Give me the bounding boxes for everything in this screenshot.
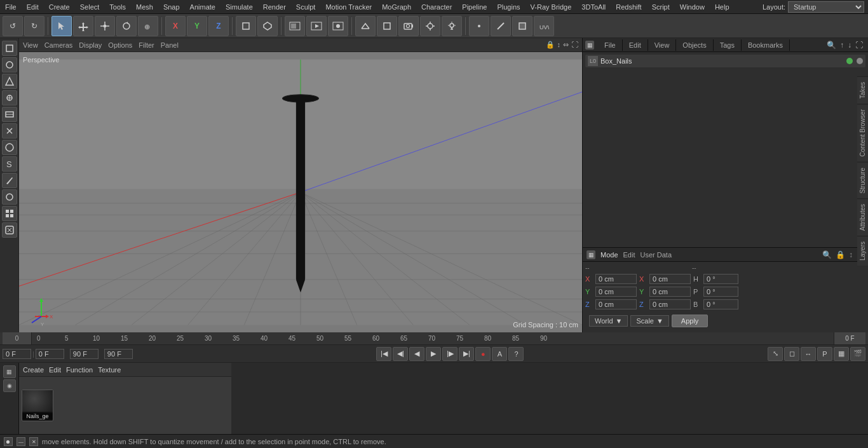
light-button[interactable] <box>442 16 462 36</box>
render-to-picture-viewer-button[interactable] <box>328 16 348 36</box>
menu-mograph[interactable]: MoGraph <box>377 2 416 12</box>
viewport-menu-display[interactable]: Display <box>79 41 102 49</box>
mat-btn-1[interactable]: ▦ <box>3 365 16 378</box>
timeline-question-button[interactable]: ? <box>508 347 524 361</box>
layout-dropdown[interactable]: Startup Standard Animate <box>788 1 864 13</box>
transform-tool-button[interactable]: ⊕ <box>138 16 158 36</box>
obj-tab-file[interactable]: File <box>598 39 623 51</box>
timeline-go-end-button[interactable]: ▶| <box>459 347 474 361</box>
sidebar-btn-5[interactable] <box>2 107 17 122</box>
viewport-menu-cameras[interactable]: Cameras <box>44 41 73 49</box>
obj-tab-tags[interactable]: Tags <box>714 39 742 51</box>
attr-tab-mode[interactable]: Mode <box>600 251 618 259</box>
material-menu-edit[interactable]: Edit <box>49 366 61 374</box>
coord-h-rot[interactable] <box>703 274 738 284</box>
viewport-arrows-icon[interactable]: ⇔ <box>563 41 569 49</box>
timeline-select-keys-button[interactable]: ◻ <box>784 347 799 361</box>
material-menu-create[interactable]: Create <box>23 366 44 374</box>
obj-arrow-up-icon[interactable]: ↑ <box>840 41 844 50</box>
menu-script[interactable]: Script <box>647 2 675 12</box>
timeline-play-button[interactable]: ▶ <box>426 347 441 361</box>
poly-mode-button[interactable] <box>257 16 278 36</box>
menu-mesh[interactable]: Mesh <box>131 2 158 12</box>
redo-button[interactable]: ↻ <box>24 16 44 36</box>
status-close-btn[interactable]: ✕ <box>29 437 38 446</box>
menu-character[interactable]: Character <box>416 2 457 12</box>
viewport-arrow-icon[interactable]: ↕ <box>557 41 561 49</box>
perspective-view-button[interactable] <box>355 16 376 36</box>
obj-tab-objects[interactable]: Objects <box>676 39 713 51</box>
viewport-menu-filter[interactable]: Filter <box>139 41 154 49</box>
timeline-area[interactable] <box>231 363 868 434</box>
sidebar-btn-knife[interactable] <box>2 173 17 188</box>
material-menu-function[interactable]: Function <box>66 366 93 374</box>
timeline-max-frame-input[interactable] <box>104 349 133 359</box>
menu-plugins[interactable]: Plugins <box>492 2 525 12</box>
coord-b-rot[interactable] <box>703 299 738 309</box>
sidebar-btn-3[interactable] <box>2 74 17 89</box>
render-region-button[interactable] <box>285 16 305 36</box>
obj-tab-edit[interactable]: Edit <box>623 39 648 51</box>
vertical-tab-attributes[interactable]: Attributes <box>857 198 868 236</box>
coord-x-size[interactable] <box>649 274 691 284</box>
menu-render[interactable]: Render <box>258 2 291 12</box>
timeline-next-frame-button[interactable]: |▶ <box>442 347 458 361</box>
menu-edit[interactable]: Edit <box>22 2 44 12</box>
camera-button[interactable] <box>398 16 419 36</box>
timeline-film-button[interactable]: 🎬 <box>850 347 865 361</box>
menu-help[interactable]: Help <box>710 2 735 12</box>
vertical-tab-takes[interactable]: Takes <box>857 76 868 104</box>
obj-tab-bookmarks[interactable]: Bookmarks <box>742 39 790 51</box>
menu-select[interactable]: Select <box>75 2 105 12</box>
undo-button[interactable]: ↺ <box>3 16 23 36</box>
coord-y-size[interactable] <box>649 287 691 297</box>
obj-expand-icon[interactable]: ⛶ <box>855 41 863 50</box>
render-button[interactable] <box>306 16 327 36</box>
menu-file[interactable]: File <box>0 2 22 12</box>
scale-tool-button[interactable] <box>95 16 115 36</box>
point-mode-button[interactable] <box>469 16 489 36</box>
sidebar-btn-8[interactable]: S <box>2 156 17 172</box>
coord-z-pos[interactable] <box>595 299 637 309</box>
menu-3dtoall[interactable]: 3DToAll <box>576 2 611 12</box>
attr-arrow-icon[interactable]: ↕ <box>849 250 853 259</box>
y-axis-button[interactable]: Y <box>187 16 207 36</box>
timeline-record-button[interactable]: ● <box>475 347 491 361</box>
timeline-autokey-button[interactable]: A <box>492 347 507 361</box>
menu-simulate[interactable]: Simulate <box>220 2 258 12</box>
sidebar-btn-6[interactable] <box>2 123 17 139</box>
poly-select-mode-button[interactable] <box>512 16 532 36</box>
viewport[interactable]: Perspective Grid Spacing : 10 cm Y X <box>19 52 582 332</box>
menu-vray[interactable]: V-Ray Bridge <box>526 2 577 12</box>
attr-tab-userdata[interactable]: User Data <box>641 251 672 259</box>
viewport-menu-view[interactable]: View <box>23 41 38 49</box>
sidebar-btn-7[interactable] <box>2 140 17 155</box>
viewport-expand-icon[interactable]: ⛶ <box>571 41 578 49</box>
uvw-mode-button[interactable]: UVW <box>534 16 554 36</box>
menu-create[interactable]: Create <box>44 2 75 12</box>
menu-sculpt[interactable]: Sculpt <box>291 2 321 12</box>
scale-dropdown[interactable]: Scale ▼ <box>630 315 668 327</box>
object-row-box-nails[interactable]: L0 Box_Nails <box>585 55 865 67</box>
coord-p-rot[interactable] <box>703 287 738 297</box>
sidebar-btn-4[interactable] <box>2 90 17 105</box>
obj-arrow-down-icon[interactable]: ↓ <box>848 41 851 50</box>
timeline-start-input[interactable] <box>3 349 31 359</box>
status-minimize-btn[interactable]: — <box>17 437 25 446</box>
vertical-tab-content-browser[interactable]: Content Browser <box>857 104 868 161</box>
object-mode-button[interactable] <box>236 16 256 36</box>
sidebar-btn-9[interactable] <box>2 189 17 205</box>
rotate-tool-button[interactable] <box>116 16 137 36</box>
timeline-scale-keys-button[interactable]: ↔ <box>801 347 816 361</box>
parallel-view-button[interactable] <box>377 16 397 36</box>
menu-tools[interactable]: Tools <box>104 2 131 12</box>
obj-tab-view[interactable]: View <box>648 39 677 51</box>
move-tool-button[interactable] <box>73 16 93 36</box>
viewport-menu-options[interactable]: Options <box>108 41 132 49</box>
menu-snap[interactable]: Snap <box>158 2 185 12</box>
scene-settings-button[interactable] <box>420 16 440 36</box>
attr-search-icon[interactable]: 🔍 <box>822 250 832 259</box>
coord-x-pos[interactable] <box>595 274 637 284</box>
x-axis-button[interactable]: X <box>165 16 186 36</box>
sidebar-btn-11[interactable] <box>2 222 17 238</box>
